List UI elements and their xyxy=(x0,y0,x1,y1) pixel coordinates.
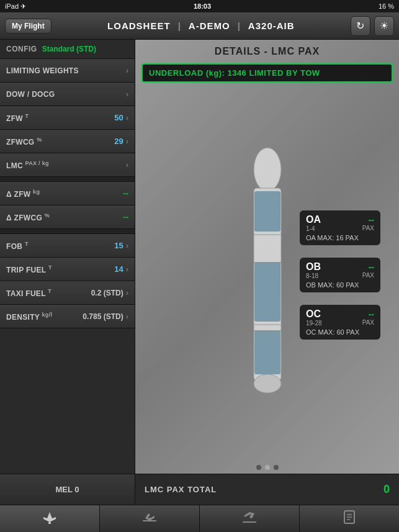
status-time: 18:03 xyxy=(194,2,211,10)
density-right: 0.785 (STD) › xyxy=(83,312,128,321)
sidebar-item-dow-docg[interactable]: DOW / DOCG › xyxy=(0,83,135,106)
my-flight-button[interactable]: My Flight xyxy=(5,19,52,34)
zone-OA-rows: 1-4 xyxy=(306,225,321,232)
lmc-total-value: 0 xyxy=(383,483,390,496)
mel-label: MEL 0 xyxy=(55,485,79,494)
taxi-fuel-value: 0.2 (STD) xyxy=(91,289,123,297)
zfw-value: 50 xyxy=(114,113,123,122)
dow-docg-label: DOW / DOCG xyxy=(6,90,55,99)
refresh-button[interactable]: ↻ xyxy=(351,16,370,36)
sidebar-item-delta-zfw: Δ ZFW kg -- xyxy=(0,182,135,205)
zone-card-OA[interactable]: OA 1-4 -- PAX OA MAX: 16 PAX xyxy=(300,210,380,245)
status-left: iPad ✈ xyxy=(5,2,26,11)
limiting-weights-chevron: › xyxy=(126,66,128,75)
sidebar-item-delta-zfwcg: Δ ZFWCG % -- xyxy=(0,205,135,229)
battery-label: 16 % xyxy=(379,2,394,10)
zone-OA-pax-right: -- PAX xyxy=(362,215,374,232)
fob-chevron: › xyxy=(126,241,128,250)
svg-rect-4 xyxy=(254,331,280,374)
settings-button[interactable]: ☀ xyxy=(374,16,394,36)
trip-fuel-value: 14 xyxy=(114,264,123,274)
tab-arrival[interactable] xyxy=(200,505,300,532)
taxi-fuel-label: TAXI FUEL T xyxy=(6,288,52,298)
zone-OC-pax-label: PAX xyxy=(362,319,374,326)
underload-banner: UNDERLOAD (kg): 1346 LIMITED BY TOW xyxy=(141,63,393,83)
lmc-label: LMC PAX / kg xyxy=(6,160,49,170)
zfwcg-value: 29 xyxy=(114,137,123,146)
tab-flight[interactable] xyxy=(0,505,100,532)
tab-departure[interactable] xyxy=(100,505,200,532)
sidebar-item-zfwcg[interactable]: ZFWCG % 29 › xyxy=(0,130,135,153)
zone-OA-value: -- xyxy=(362,215,374,225)
zone-OB-name-rows: OB 8-18 xyxy=(306,261,321,279)
zone-OB-value: -- xyxy=(362,262,374,272)
arrival-tab-icon xyxy=(241,508,258,530)
zone-card-OC[interactable]: OC 19-28 -- PAX OC MAX: 60 PAX xyxy=(300,305,380,340)
lmc-chevron: › xyxy=(126,160,128,169)
sidebar-item-lmc[interactable]: LMC PAX / kg › xyxy=(0,153,135,177)
header-actions: ↻ ☀ xyxy=(351,16,394,36)
header-sep1: | xyxy=(178,20,181,31)
sidebar-item-fob[interactable]: FOB T 15 › xyxy=(0,234,135,258)
svg-rect-2 xyxy=(254,191,280,232)
header: My Flight LOADSHEET | A-DEMO | A320-AIB … xyxy=(0,12,399,40)
pagination-dots xyxy=(135,461,399,474)
zones-container: OA 1-4 -- PAX OA MAX: 16 PAX OB xyxy=(300,210,380,340)
zone-OB-rows: 8-18 xyxy=(306,273,321,279)
docs-tab-icon xyxy=(341,508,358,530)
mel-bar: MEL 0 xyxy=(0,474,135,505)
sidebar-item-trip-fuel[interactable]: TRIP FUEL T 14 › xyxy=(0,258,135,281)
aircraft-area: OA 1-4 -- PAX OA MAX: 16 PAX OB xyxy=(135,89,399,461)
zfwcg-chevron: › xyxy=(126,137,128,146)
zfw-right: 50 › xyxy=(114,113,128,122)
sidebar: CONFIG Standard (STD) LIMITING WEIGHTS ›… xyxy=(0,40,135,474)
svg-rect-10 xyxy=(48,522,51,524)
sidebar-item-limiting-weights[interactable]: LIMITING WEIGHTS › xyxy=(0,59,135,83)
main-area: CONFIG Standard (STD) LIMITING WEIGHTS ›… xyxy=(0,40,399,474)
delta-zfwcg-label: Δ ZFWCG % xyxy=(6,212,50,222)
zone-OC-max: OC MAX: 60 PAX xyxy=(306,328,374,336)
zone-OC-value: -- xyxy=(362,309,374,319)
limiting-weights-label: LIMITING WEIGHTS xyxy=(6,66,79,75)
delta-zfw-label: Δ ZFW kg xyxy=(6,189,40,199)
sidebar-filler xyxy=(0,328,135,474)
taxi-fuel-chevron: › xyxy=(126,288,128,297)
limiting-weights-right: › xyxy=(123,66,128,75)
zone-card-OB[interactable]: OB 8-18 -- PAX OB MAX: 60 PAX xyxy=(300,258,380,292)
status-bar: iPad ✈ 18:03 16 % xyxy=(0,0,399,12)
zone-OB-pax-right: -- PAX xyxy=(362,262,374,279)
aircraft-label: A320-AIB xyxy=(248,20,295,31)
sidebar-item-taxi-fuel[interactable]: TAXI FUEL T 0.2 (STD) › xyxy=(0,281,135,305)
loadsheet-label: LOADSHEET xyxy=(107,20,171,31)
config-value: Standard (STD) xyxy=(42,45,96,53)
demo-label: A-DEMO xyxy=(189,20,230,31)
flight-tab-icon xyxy=(41,508,58,530)
zone-card-top-OA: OA 1-4 -- PAX xyxy=(306,214,374,232)
trip-fuel-chevron: › xyxy=(126,264,128,274)
lmc-total-label: LMC PAX TOTAL xyxy=(145,485,217,494)
fob-value: 15 xyxy=(114,241,123,250)
fob-label: FOB T xyxy=(6,241,29,251)
sidebar-item-density[interactable]: DENSITY kg/l 0.785 (STD) › xyxy=(0,305,135,328)
density-label: DENSITY kg/l xyxy=(6,312,52,322)
delta-zfw-value: -- xyxy=(123,189,128,198)
tab-docs[interactable] xyxy=(300,505,399,532)
tab-bar xyxy=(0,505,399,532)
bottom-bar: MEL 0 LMC PAX TOTAL 0 xyxy=(0,474,399,505)
zone-OA-pax-label: PAX xyxy=(362,225,374,232)
zfwcg-right: 29 › xyxy=(114,137,128,146)
density-chevron: › xyxy=(126,312,128,321)
delta-zfw-right: -- xyxy=(123,189,128,198)
zone-OB-name: OB xyxy=(306,261,321,273)
zone-OA-max: OA MAX: 16 PAX xyxy=(306,234,374,241)
zone-card-top-OC: OC 19-28 -- PAX xyxy=(306,309,374,327)
sidebar-spacer1 xyxy=(0,177,135,182)
zone-card-top-OB: OB 8-18 -- PAX xyxy=(306,261,374,279)
config-label: CONFIG xyxy=(6,45,37,53)
zone-OB-max: OB MAX: 60 PAX xyxy=(306,281,374,289)
departure-tab-icon xyxy=(141,508,158,530)
svg-point-5 xyxy=(254,374,281,393)
sidebar-item-zfw[interactable]: ZFW T 50 › xyxy=(0,106,135,130)
trip-fuel-label: TRIP FUEL T xyxy=(6,264,52,274)
taxi-fuel-right: 0.2 (STD) › xyxy=(91,288,128,297)
